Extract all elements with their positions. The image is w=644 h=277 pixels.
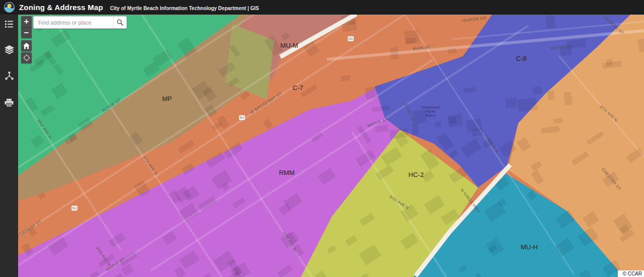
zone-label-mu-m: MU-M: [280, 42, 298, 49]
city-of-myrtle-beach-logo: [4, 2, 15, 13]
home-button[interactable]: [21, 40, 32, 51]
locate-icon: [23, 54, 30, 61]
zone-label-hc-2: HC-2: [409, 171, 424, 178]
route-shield-number: 501: [72, 207, 77, 210]
sidebar: [0, 15, 18, 277]
page-subtitle: City of Myrtle Beach Information Technol…: [110, 6, 259, 11]
zone-label-c-7: C-7: [293, 84, 303, 91]
page-title: Zoning & Address Map: [19, 3, 103, 12]
app-header: Zoning & Address Map City of Myrtle Beac…: [0, 0, 644, 15]
sidebar-item-print[interactable]: [0, 94, 18, 111]
route-shield-number: 501: [240, 116, 245, 119]
zoom-out-button[interactable]: −: [21, 28, 32, 38]
map-attribution: © CCAR: [618, 270, 644, 277]
search-box: [33, 16, 127, 29]
search-button[interactable]: [113, 17, 126, 28]
zone-label-rmm: RMM: [279, 169, 294, 176]
layers-icon: [5, 45, 14, 54]
zone-label-c-8: C-8: [516, 55, 527, 62]
route-shield-number: 501: [349, 37, 353, 40]
zoom-in-button[interactable]: +: [21, 16, 32, 28]
print-icon: [5, 99, 14, 107]
sidebar-item-legend[interactable]: [0, 16, 18, 33]
search-icon: [117, 19, 123, 26]
poi-label-greyhound: Beach: [426, 114, 436, 117]
zone-label-mp: MP: [162, 95, 172, 103]
home-icon: [23, 43, 30, 49]
sidebar-item-share[interactable]: [0, 67, 18, 84]
map-canvas[interactable]: 501501501MAIN STMAIN STYAUPON DRGEORGE S…: [18, 15, 644, 277]
share-icon: [5, 71, 14, 80]
zone-label-mu-h: MU-H: [521, 243, 538, 251]
poi-label-greyhound: Myrtle: [426, 110, 435, 114]
sidebar-item-layers[interactable]: [0, 41, 18, 58]
legend-icon: [5, 20, 14, 28]
search-input[interactable]: [34, 17, 113, 28]
locate-button[interactable]: [21, 52, 32, 63]
poi-label-greyhound: Greyhound: [422, 106, 440, 110]
